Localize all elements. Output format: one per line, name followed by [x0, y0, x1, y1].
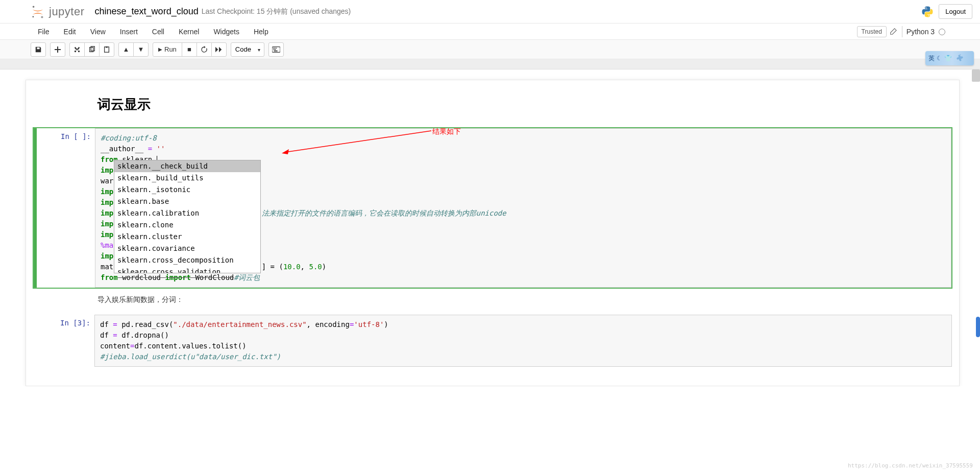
gray-strip	[0, 59, 980, 69]
notebook-container: 词云显示 In [ ]: 结果如下 #coding:utf-8 __author…	[0, 69, 980, 386]
copy-button[interactable]	[84, 42, 100, 57]
svg-rect-13	[274, 50, 277, 51]
notebook-header: jupyter chinese_text_word_cloud Last Che…	[0, 0, 980, 24]
shirt-icon: 👕	[944, 55, 952, 62]
ac-item[interactable]: sklearn.covariance	[114, 243, 260, 254]
flower-icon	[954, 53, 964, 63]
menu-help[interactable]: Help	[247, 25, 276, 38]
move-down-button[interactable]: ▼	[133, 42, 149, 57]
checkpoint-status: Last Checkpoint: 15 分钟前 (unsaved changes…	[202, 7, 351, 16]
menu-cell[interactable]: Cell	[145, 25, 172, 38]
menu-edit[interactable]: Edit	[57, 25, 83, 38]
ac-item[interactable]: sklearn.clone	[114, 219, 260, 231]
logout-button[interactable]: Logout	[939, 4, 972, 19]
notebook-name[interactable]: chinese_text_word_cloud	[95, 6, 199, 17]
trusted-badge[interactable]: Trusted	[857, 26, 887, 37]
autocomplete-popup[interactable]: sklearn.__check_build sklearn._build_uti…	[114, 160, 261, 273]
ime-badge[interactable]: 英 ☾ 👕	[925, 51, 974, 65]
ac-item[interactable]: sklearn.cross_decomposition	[114, 254, 260, 266]
menu-file[interactable]: File	[31, 25, 57, 38]
menu-widgets[interactable]: Widgets	[206, 25, 247, 38]
svg-point-1	[41, 16, 43, 18]
paste-button[interactable]	[99, 42, 114, 57]
jupyter-icon	[31, 5, 45, 19]
code-cell-2[interactable]: In [3]: df = pd.read_csv("./data/enterta…	[33, 315, 952, 367]
ac-item[interactable]: sklearn.cluster	[114, 231, 260, 243]
svg-rect-10	[276, 48, 277, 49]
python-icon	[921, 6, 934, 18]
markdown-cell-title: 词云显示	[26, 96, 959, 126]
add-cell-button[interactable]	[50, 42, 65, 57]
svg-rect-8	[273, 48, 274, 49]
ac-item[interactable]: sklearn.calibration	[114, 207, 260, 219]
svg-rect-7	[272, 46, 280, 52]
stop-button[interactable]: ■	[182, 42, 197, 57]
code-cell-1[interactable]: In [ ]: 结果如下 #coding:utf-8 __author__ = …	[33, 128, 952, 288]
notebook-inner: 词云显示 In [ ]: 结果如下 #coding:utf-8 __author…	[26, 80, 960, 386]
heading-wordcloud: 词云显示	[97, 96, 888, 113]
menubar: File Edit View Insert Cell Kernel Widget…	[0, 24, 980, 40]
ime-label: 英	[928, 54, 935, 63]
restart-button[interactable]	[197, 42, 212, 57]
ac-item[interactable]: sklearn._isotonic	[114, 184, 260, 196]
kernel-name[interactable]: Python 3	[902, 26, 949, 37]
scrollbar-thumb[interactable]	[972, 69, 980, 82]
moon-icon: ☾	[937, 55, 942, 62]
menu-view[interactable]: View	[83, 25, 113, 38]
svg-rect-6	[106, 46, 108, 48]
prompt-in-2: In [3]:	[33, 315, 94, 367]
svg-rect-9	[274, 48, 275, 49]
markdown-import-data: 导入娱乐新闻数据，分词：	[26, 290, 959, 313]
prompt-in-1: In [ ]:	[34, 128, 95, 288]
scrollbar-thumb-2[interactable]	[976, 317, 980, 337]
run-button[interactable]: ▶Run	[153, 42, 182, 57]
svg-point-0	[33, 6, 35, 8]
jupyter-logo[interactable]: jupyter	[31, 5, 85, 19]
jupyter-logotype: jupyter	[49, 5, 85, 18]
code-input-1[interactable]: 结果如下 #coding:utf-8 __author__ = '' from …	[95, 128, 951, 288]
move-up-button[interactable]: ▲	[118, 42, 134, 57]
command-palette-button[interactable]	[268, 42, 284, 57]
svg-rect-11	[274, 49, 275, 50]
ac-item[interactable]: sklearn.base	[114, 196, 260, 207]
ac-item[interactable]: sklearn._build_utils	[114, 172, 260, 184]
kernel-status-icon	[939, 29, 945, 35]
svg-point-2	[33, 16, 34, 17]
fast-forward-button[interactable]	[211, 42, 227, 57]
toolbar: ▲ ▼ ▶Run ■ Code	[0, 40, 980, 59]
ac-item[interactable]: sklearn.__check_build	[114, 160, 260, 172]
annotation-label: 结果如下	[432, 126, 461, 137]
svg-rect-12	[275, 49, 276, 50]
menu-insert[interactable]: Insert	[113, 25, 145, 38]
save-button[interactable]	[31, 42, 46, 57]
menu-kernel[interactable]: Kernel	[172, 25, 206, 38]
cut-button[interactable]	[69, 42, 85, 57]
celltype-select[interactable]: Code	[231, 42, 264, 57]
code-input-2[interactable]: df = pd.read_csv("./data/entertainment_n…	[94, 315, 952, 367]
ac-item[interactable]: sklearn.cross_validation	[114, 266, 260, 273]
edit-icon[interactable]	[890, 28, 897, 35]
